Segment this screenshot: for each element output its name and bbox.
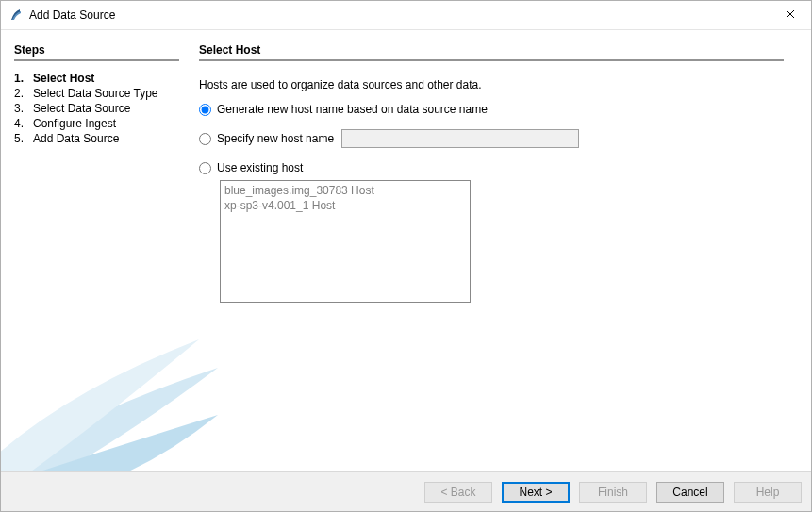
specify-hostname-input[interactable] [341, 129, 579, 148]
finish-button[interactable]: Finish [579, 482, 647, 503]
step-num: 1. [14, 72, 33, 85]
step-item-4: 4. Configure Ingest [14, 116, 180, 131]
step-num: 4. [14, 117, 33, 130]
option-generate-label[interactable]: Generate new host name based on data sou… [217, 103, 488, 116]
option-existing-label[interactable]: Use existing host [217, 161, 303, 174]
window-title: Add Data Source [29, 8, 115, 22]
existing-hosts-list[interactable]: blue_images.img_30783 Host xp-sp3-v4.001… [220, 180, 471, 303]
list-item[interactable]: blue_images.img_30783 Host [224, 183, 466, 198]
wizard-button-bar: < Back Next > Finish Cancel Help [1, 471, 811, 511]
cancel-button[interactable]: Cancel [656, 482, 724, 503]
help-button[interactable]: Help [734, 482, 802, 503]
app-icon [8, 8, 24, 23]
steps-list: 1. Select Host 2. Select Data Source Typ… [14, 71, 180, 146]
option-specify-row: Specify new host name [199, 129, 794, 148]
steps-sidebar: Steps 1. Select Host 2. Select Data Sour… [1, 30, 190, 471]
step-item-1: 1. Select Host [14, 71, 180, 86]
step-item-2: 2. Select Data Source Type [14, 86, 180, 101]
step-num: 2. [14, 87, 33, 100]
close-button[interactable] [769, 1, 811, 29]
main-description: Hosts are used to organize data sources … [199, 78, 794, 91]
main-panel: Select Host Hosts are used to organize d… [190, 30, 811, 471]
option-specify-label[interactable]: Specify new host name [217, 132, 334, 145]
main-heading: Select Host [199, 43, 794, 57]
step-label: Select Data Source Type [33, 87, 158, 100]
option-generate-row: Generate new host name based on data sou… [199, 103, 794, 116]
sidebar-divider [14, 59, 179, 61]
step-label: Add Data Source [33, 132, 119, 145]
wizard-body: Steps 1. Select Host 2. Select Data Sour… [1, 30, 811, 471]
main-divider [199, 59, 784, 61]
step-label: Select Data Source [33, 102, 130, 115]
decorative-swoosh [1, 311, 218, 471]
step-num: 5. [14, 132, 33, 145]
list-item[interactable]: xp-sp3-v4.001_1 Host [224, 198, 466, 213]
step-label: Configure Ingest [33, 117, 116, 130]
option-generate-radio[interactable] [199, 104, 211, 116]
add-data-source-wizard: Add Data Source Steps 1. Select Host 2. … [0, 0, 812, 512]
next-button[interactable]: Next > [502, 482, 570, 503]
option-specify-radio[interactable] [199, 133, 211, 145]
option-existing-radio[interactable] [199, 162, 211, 174]
step-num: 3. [14, 102, 33, 115]
steps-heading: Steps [14, 43, 180, 57]
titlebar: Add Data Source [1, 1, 811, 30]
step-label: Select Host [33, 72, 94, 85]
step-item-3: 3. Select Data Source [14, 101, 180, 116]
step-item-5: 5. Add Data Source [14, 131, 180, 146]
back-button[interactable]: < Back [424, 482, 492, 503]
close-icon [786, 9, 795, 21]
option-existing-row: Use existing host [199, 161, 794, 174]
